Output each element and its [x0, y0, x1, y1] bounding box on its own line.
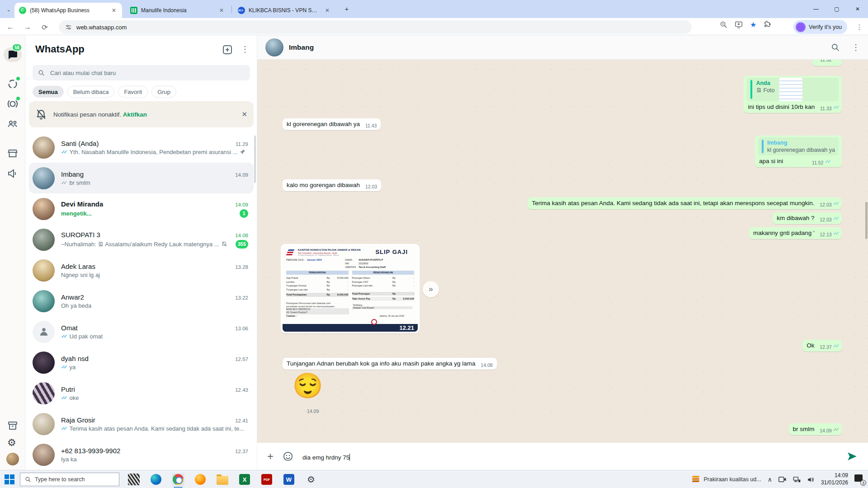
communities-icon[interactable] — [7, 118, 18, 129]
quoted-message[interactable]: Anda 🖻 Foto — [747, 78, 839, 101]
channels-icon[interactable] — [7, 99, 18, 109]
tab-manulife[interactable]: Manulife Indonesia ✕ — [126, 3, 230, 18]
close-tab-icon[interactable]: ✕ — [218, 7, 225, 14]
tab-klikbca[interactable]: KLIKBCA BISNIS - VPN SECURE ✕ — [233, 3, 335, 18]
banner-action-link[interactable]: Aktifkan — [123, 111, 147, 118]
chat-menu-icon[interactable]: ⋮ — [852, 42, 860, 52]
word-app[interactable]: W — [283, 473, 295, 486]
message-bubble-partial[interactable]: 11.32✓✓ — [812, 60, 842, 66]
message-bubble-in[interactable]: kalo mo gorengan dibawah 12.03 — [283, 179, 381, 191]
chat-list-item[interactable]: SUROPATI 314.08 ~Nurhalimah: 🖻 Assalamu'… — [29, 224, 254, 255]
start-button[interactable] — [5, 474, 14, 484]
pinned-photo-app[interactable] — [127, 473, 140, 486]
nav-rail: 58 ⚙ — [0, 35, 25, 470]
extensions-icon[interactable] — [764, 21, 771, 28]
bookmark-star-icon[interactable]: ★ — [750, 20, 756, 29]
network-icon[interactable] — [793, 476, 801, 483]
tab-search-icon[interactable]: ⌄ — [4, 5, 14, 14]
message-input[interactable]: dia emg hrdny 75 — [302, 452, 350, 461]
chat-list-item[interactable]: Adek Laras13.28 Ngnep sni lg aj — [29, 255, 254, 286]
doc-bank: BANK BCA 7665255XXX — [286, 308, 349, 311]
attach-icon[interactable]: + — [267, 450, 274, 463]
forward-message-button[interactable]: » — [423, 281, 439, 297]
new-tab-button[interactable]: + — [342, 5, 352, 14]
search-input[interactable]: Cari atau mulai chat baru — [33, 65, 250, 80]
status-icon[interactable] — [7, 79, 18, 89]
message-bubble-in[interactable]: kl gorerenegan dibawah ya 11.43 — [283, 118, 381, 130]
message-bubble-out[interactable]: br smlm 14.09✓✓ — [789, 423, 842, 435]
close-tab-icon[interactable]: ✕ — [324, 7, 331, 14]
taskbar-search[interactable]: Type here to search — [20, 473, 119, 486]
catalog-icon[interactable] — [7, 148, 18, 159]
conversation-header[interactable]: Imbang ⋮ — [257, 35, 868, 60]
chat-list-item[interactable]: Putri12.43 ✓✓oke — [29, 378, 254, 408]
send-icon[interactable] — [846, 450, 858, 462]
firefox-app[interactable] — [194, 473, 207, 486]
quoted-message[interactable]: Imbang kl gorerenegan dibawah ya — [758, 137, 839, 155]
broadcast-icon[interactable] — [7, 168, 18, 179]
edge-app[interactable] — [150, 473, 162, 486]
address-bar[interactable]: web.whatsapp.com — [59, 20, 692, 34]
search-chat-icon[interactable] — [831, 43, 840, 52]
message-bubble-out[interactable]: Anda 🖻 Foto ini tips ud disini 10rb kan … — [744, 76, 842, 113]
minimize-button[interactable]: — — [806, 0, 826, 18]
image-message[interactable]: KANTOR KONSULTAN PAJAK ANWAR & REKAN Tax… — [281, 244, 420, 333]
message-bubble-out[interactable]: Ok 12.37✓✓ — [802, 340, 842, 352]
chat-list-item[interactable]: +62 813-9939-990212.37 Iya ka — [29, 439, 254, 470]
site-info-icon[interactable] — [65, 24, 72, 31]
tab-whatsapp[interactable]: (58) WhatsApp Business ✕ — [14, 3, 122, 18]
filter-grup[interactable]: Grup — [151, 86, 176, 98]
install-icon[interactable] — [735, 21, 743, 28]
acrobat-app[interactable]: PDF — [260, 473, 273, 486]
filter-belum-dibaca[interactable]: Belum dibaca — [67, 86, 115, 98]
new-chat-icon[interactable] — [222, 44, 233, 55]
message-bubble-out[interactable]: makanny gnti padang ' 12.13✓✓ — [749, 227, 842, 239]
sidebar-menu-icon[interactable]: ⋮ — [241, 44, 252, 55]
message-bubble-out[interactable]: Imbang kl gorerenegan dibawah ya apa si … — [755, 136, 842, 167]
meet-now-icon[interactable] — [778, 476, 787, 483]
chat-list-item[interactable]: dyah nsd12.57 ✓✓ya — [29, 347, 254, 378]
chrome-app[interactable] — [172, 473, 184, 486]
banner-close-icon[interactable]: ✕ — [241, 110, 247, 118]
whatsapp-favicon — [19, 7, 26, 14]
reload-icon[interactable]: ⟳ — [39, 21, 51, 33]
close-window-button[interactable]: ✕ — [847, 0, 868, 18]
forward-icon[interactable]: → — [22, 21, 33, 33]
close-tab-icon[interactable]: ✕ — [110, 7, 118, 14]
archived-icon[interactable] — [7, 420, 18, 431]
weather-widget[interactable]: Prakiraan kualitas ud... — [691, 475, 761, 484]
chat-list-item[interactable]: Anwar213.22 Oh ya beda — [29, 286, 254, 316]
doc-periode-label: PERIODE GAJI : — [286, 258, 305, 262]
chat-scrollbar[interactable] — [865, 202, 868, 239]
maximize-button[interactable]: ▢ — [826, 0, 847, 18]
profile-avatar[interactable] — [6, 453, 19, 465]
chat-list-item[interactable]: Santi (Anda)11.29 ✓✓Yth. Nasabah Manulif… — [29, 132, 254, 163]
message-text: Ok — [807, 342, 814, 349]
verify-profile-button[interactable]: Verify it's you — [793, 20, 847, 34]
emoji-icon[interactable] — [283, 451, 293, 462]
file-explorer-app[interactable] — [216, 473, 229, 486]
volume-icon[interactable] — [807, 476, 815, 483]
chat-list-item[interactable]: Raja Grosir12.41 ✓✓Terima kasih atas pes… — [29, 408, 254, 439]
filter-semua[interactable]: Semua — [33, 86, 64, 98]
browser-menu-icon[interactable]: ⋮ — [854, 21, 865, 33]
chat-list-item-selected[interactable]: Imbang14.09 ✓✓br smlm — [29, 163, 254, 193]
contact-avatar[interactable] — [265, 38, 283, 56]
muted-icon — [221, 241, 227, 247]
message-bubble-in[interactable]: Tunjangan Adnan berubah kok ga info aku … — [283, 358, 497, 370]
chat-list-item[interactable]: Devi Miranda14.09 mengetik...1 — [29, 193, 254, 224]
chat-list-item[interactable]: Omat13.06 ✓✓Ud pak omat — [29, 316, 254, 347]
zoom-out-icon[interactable] — [720, 21, 727, 28]
filter-favorit[interactable]: Favorit — [118, 86, 148, 98]
message-bubble-out[interactable]: Terima kasih atas pesan Anda. Kami sedan… — [528, 197, 842, 209]
message-bubble-out[interactable]: km dibawah ? 12.03✓✓ — [773, 212, 842, 224]
tray-expand-icon[interactable]: ∧ — [768, 476, 772, 483]
settings-app[interactable]: ⚙ — [305, 473, 317, 486]
sidebar-scrollbar[interactable] — [254, 136, 256, 183]
back-icon[interactable]: ← — [5, 21, 16, 33]
clock[interactable]: 14:09 31/01/2026 — [821, 472, 848, 486]
action-center-icon[interactable]: 3 — [854, 474, 864, 484]
sticker-emoji[interactable]: 😌 — [292, 373, 323, 398]
settings-icon[interactable]: ⚙ — [7, 437, 18, 448]
excel-app[interactable]: X — [238, 473, 251, 486]
